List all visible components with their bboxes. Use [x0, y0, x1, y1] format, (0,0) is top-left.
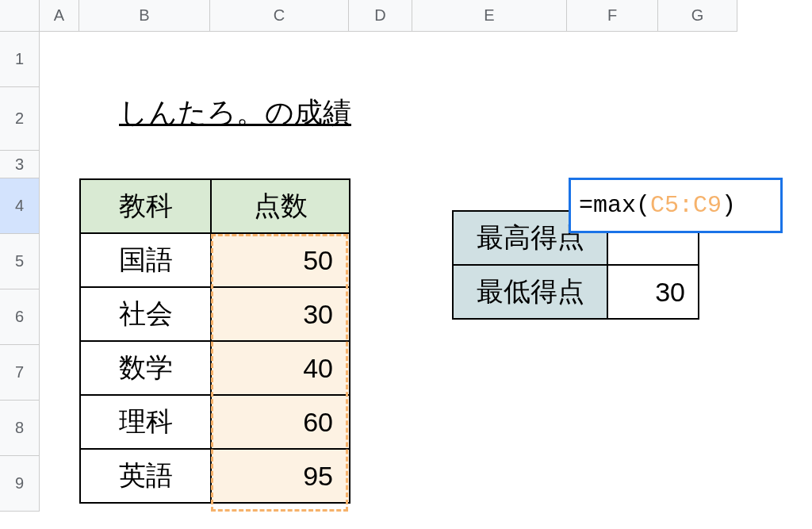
cell-score[interactable]: 95 [211, 449, 350, 503]
select-all-corner[interactable] [0, 0, 40, 32]
cell-subject[interactable]: 数学 [80, 341, 211, 395]
col-header-F[interactable]: F [567, 0, 658, 32]
cell-score[interactable]: 40 [211, 341, 350, 395]
row-header-2[interactable]: 2 [0, 87, 40, 151]
cell-subject[interactable]: 英語 [80, 449, 211, 503]
table-row: 理科 60 [80, 395, 350, 449]
formula-text-prefix: =max( [579, 192, 650, 219]
cell-score[interactable]: 50 [211, 233, 350, 287]
column-headers-row: A B C D E F G [0, 0, 812, 32]
table-row: 英語 95 [80, 449, 350, 503]
subject-score-table: 教科 点数 国語 50 社会 30 数学 40 理科 60 英語 95 [79, 178, 350, 504]
cell-score[interactable]: 30 [211, 287, 350, 341]
row-header-7[interactable]: 7 [0, 345, 40, 401]
table-row: 社会 30 [80, 287, 350, 341]
col-header-A[interactable]: A [40, 0, 79, 32]
table-row: 数学 40 [80, 341, 350, 395]
col-header-G[interactable]: G [658, 0, 737, 32]
col-header-E[interactable]: E [412, 0, 567, 32]
header-subject[interactable]: 教科 [80, 179, 211, 233]
row-header-4[interactable]: 4 [0, 178, 40, 234]
cell-subject[interactable]: 理科 [80, 395, 211, 449]
formula-edit-cell[interactable]: =max(C5:C9) [569, 178, 783, 233]
header-score[interactable]: 点数 [211, 179, 350, 233]
cell-score[interactable]: 60 [211, 395, 350, 449]
cell-subject[interactable]: 国語 [80, 233, 211, 287]
col-header-C[interactable]: C [210, 0, 349, 32]
page-title: しんたろ。の成績 [119, 94, 351, 132]
row-header-1[interactable]: 1 [0, 32, 40, 87]
table-row: 最低得点 30 [453, 265, 699, 319]
row-header-9[interactable]: 9 [0, 456, 40, 512]
formula-range-ref: C5:C9 [650, 192, 722, 219]
spreadsheet-grid[interactable]: A B C D E F G 1 2 3 4 5 6 7 8 9 しんたろ。の成績… [0, 0, 812, 529]
table-header-row: 教科 点数 [80, 179, 350, 233]
summary-label-min[interactable]: 最低得点 [453, 265, 607, 319]
formula-text-suffix: ) [722, 192, 736, 219]
summary-value-min[interactable]: 30 [607, 265, 699, 319]
row-header-5[interactable]: 5 [0, 234, 40, 289]
row-header-8[interactable]: 8 [0, 401, 40, 456]
col-header-D[interactable]: D [349, 0, 412, 32]
row-header-3[interactable]: 3 [0, 151, 40, 178]
table-row: 国語 50 [80, 233, 350, 287]
row-header-6[interactable]: 6 [0, 289, 40, 345]
col-header-B[interactable]: B [79, 0, 210, 32]
row-headers-col: 1 2 3 4 5 6 7 8 9 [0, 32, 40, 512]
cell-subject[interactable]: 社会 [80, 287, 211, 341]
